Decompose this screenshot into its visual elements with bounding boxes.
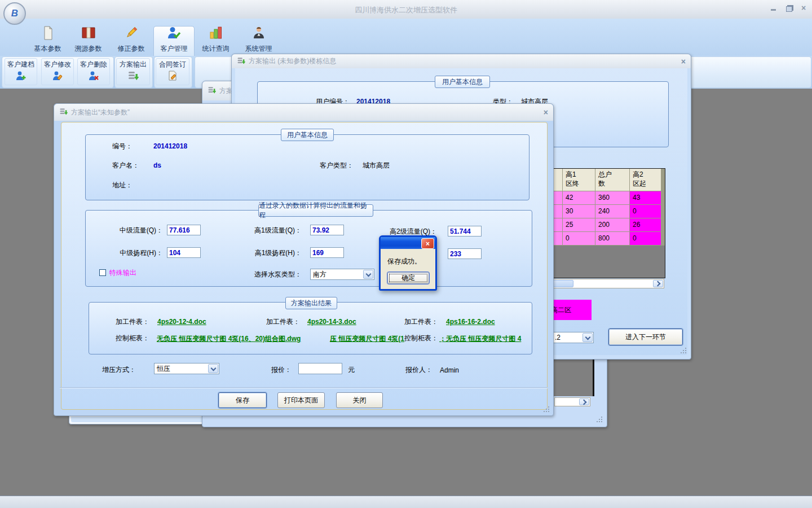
doc-link[interactable]: 4ps20-12-4.doc — [157, 318, 206, 326]
customer-check-icon — [167, 25, 182, 42]
ribbon-tab-row: 基本参数 溯源参数 修正参数 客户管理 统计查询 系统管理 — [0, 19, 812, 56]
dialog-close-icon[interactable]: × — [544, 108, 548, 116]
resize-grip[interactable] — [596, 416, 603, 423]
group-tab-calc: 通过录入的数据计算得出的流量和扬程 — [258, 204, 373, 217]
tab-statistics-query[interactable]: 统计查询 — [195, 26, 236, 56]
close-icon: × — [801, 3, 806, 12]
doc-link[interactable]: 4ps20-14-3.doc — [307, 318, 356, 326]
table-cell[interactable]: 25 — [563, 218, 595, 231]
pump-type-combo[interactable]: 南方 — [310, 269, 374, 280]
restore-icon — [786, 6, 792, 12]
ok-button[interactable]: 确定 — [387, 272, 429, 284]
group-tab-user-info: 用户基本信息 — [435, 76, 490, 88]
user-edit-icon — [52, 70, 63, 84]
chevron-down-icon[interactable] — [363, 270, 373, 279]
resize-grip[interactable] — [680, 347, 687, 354]
plan-window-icon — [208, 86, 216, 96]
table-cell[interactable]: 26 — [630, 218, 661, 231]
bar-chart-icon — [209, 25, 223, 42]
partial-horizontal-scrollbar[interactable] — [554, 397, 590, 406]
scroll-right-button[interactable] — [653, 280, 663, 287]
close-dialog-button[interactable]: 关闭 — [336, 392, 383, 408]
chevron-down-icon[interactable] — [582, 333, 593, 342]
tab-correction-params[interactable]: 修正参数 — [111, 26, 152, 56]
quote-unit: 元 — [348, 366, 355, 374]
msgbox-text: 保存成功。 — [387, 257, 421, 266]
mid-head-input[interactable]: 104 — [167, 247, 201, 258]
special-output-checkbox[interactable] — [99, 269, 106, 276]
col-header[interactable]: 总户数 — [595, 169, 629, 191]
table-cell[interactable]: 240 — [595, 205, 629, 218]
separator — [60, 387, 548, 388]
quote-label: 报价： — [271, 366, 292, 374]
button-customer-create[interactable]: 客户建档 — [5, 58, 37, 85]
cabinet-label: 控制柜表： — [404, 334, 438, 343]
user-delete-icon — [88, 70, 99, 84]
high1-head-label: 高1级扬程(H)： — [224, 249, 302, 257]
address-label: 地址： — [112, 181, 133, 190]
plan-export-icon — [127, 70, 139, 84]
group-tab-result: 方案输出结果 — [285, 297, 337, 309]
user-add-icon — [15, 70, 27, 84]
name-label: 客户名： — [112, 161, 139, 170]
mode-combo[interactable]: 恒压 — [154, 363, 219, 374]
high2-flow-label: 高2级流量(Q)： — [360, 227, 437, 236]
no-value: 201412018 — [153, 142, 187, 150]
restore-button[interactable] — [784, 5, 794, 14]
col-header[interactable]: 高2区起 — [630, 169, 661, 191]
high2-flow-input[interactable]: 51.744 — [448, 226, 482, 237]
scroll-right-button[interactable] — [579, 398, 589, 405]
table-cell[interactable]: 0 — [563, 232, 595, 245]
chevron-down-icon[interactable] — [208, 364, 218, 373]
save-button[interactable]: 保存 — [218, 392, 267, 408]
tab-customer-management[interactable]: 客户管理 — [153, 26, 195, 56]
cabinet-link[interactable]: ；无负压 恒压变频尺寸图 4 — [439, 334, 521, 344]
table-cell[interactable]: 800 — [595, 232, 629, 245]
app-titlebar: 四川博海供水二次增压选型软件 × — [0, 0, 812, 19]
close-button[interactable]: × — [798, 3, 809, 12]
minimize-button[interactable] — [768, 5, 778, 14]
button-customer-edit[interactable]: 客户修改 — [41, 58, 74, 85]
print-page-button[interactable]: 打印本页面 — [277, 392, 325, 408]
tab-trace-params[interactable]: 溯源参数 — [68, 26, 109, 56]
mid-flow-input[interactable]: 77.616 — [167, 225, 201, 235]
button-customer-delete[interactable]: 客户删除 — [77, 58, 110, 85]
dialog-title: 方案输出“未知参数” — [71, 108, 130, 117]
table-cell[interactable]: 30 — [563, 205, 595, 218]
table-cell[interactable]: 43 — [630, 191, 661, 204]
group-tab-basic-info: 用户基本信息 — [281, 129, 334, 141]
high1-flow-input[interactable]: 73.92 — [310, 225, 344, 235]
plan-window-icon — [237, 56, 245, 67]
table-cell[interactable]: 42 — [563, 191, 595, 204]
next-step-button[interactable]: 进入下一环节 — [608, 329, 683, 345]
window-title: 方案输出 (未知参数)楼栋信息 — [249, 56, 336, 66]
quoter-label: 报价人： — [405, 366, 433, 374]
col-header[interactable]: 高1区终 — [563, 169, 595, 191]
high1-head-input[interactable]: 169 — [310, 247, 344, 258]
cabinet-link[interactable]: 无负压 恒压变频尺寸图 4泵(16、20)组合图.dwg — [157, 334, 301, 344]
tab-system-management[interactable]: 系统管理 — [238, 26, 279, 56]
group-panel-result: 加工件表： 4ps20-12-4.doc 加工件表： 4ps20-14-3.do… — [89, 302, 532, 354]
msgbox-close-button[interactable]: × — [421, 238, 434, 249]
cabinet-link[interactable]: 压 恒压变频尺寸图 4泵(1 — [330, 334, 404, 344]
table-cell[interactable]: 0 — [630, 232, 661, 245]
doc-link[interactable]: 4ps16-16-2.doc — [446, 318, 495, 326]
button-plan-output[interactable]: 方案输出 — [116, 58, 150, 85]
quote-input[interactable] — [298, 363, 342, 374]
button-contract-sign[interactable]: 合同签订 — [156, 58, 189, 85]
customer-type-label: 客户类型： — [320, 161, 354, 170]
high1-flow-label: 高1级流量(Q)： — [224, 226, 302, 235]
save-success-msgbox: × 保存成功。 确定 — [379, 235, 437, 291]
document-icon — [41, 25, 55, 42]
status-bar: 登陆人：Admin 当前日期：2014年12月1日星期一 @版本号：1.7 — [0, 496, 812, 508]
chevron-right-icon — [581, 399, 586, 405]
window-close-icon[interactable]: × — [681, 58, 686, 65]
high2-head-input[interactable]: 233 — [448, 248, 482, 259]
doc-label: 加工件表： — [266, 318, 300, 326]
tab-basic-params[interactable]: 基本参数 — [27, 26, 68, 56]
dialog-titlebar: 方案输出“未知参数” × — [54, 104, 553, 121]
table-cell[interactable]: 360 — [595, 191, 629, 204]
table-cell[interactable]: 0 — [630, 205, 661, 218]
resize-grip[interactable] — [543, 406, 550, 413]
table-cell[interactable]: 200 — [595, 218, 629, 231]
